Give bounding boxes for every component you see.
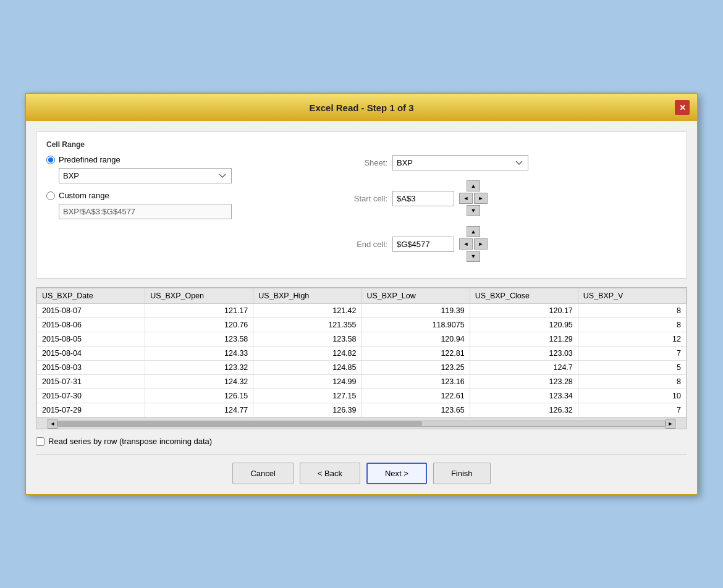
table-cell: 121.17 (145, 304, 253, 318)
table-cell: 123.16 (362, 375, 470, 389)
table-cell: 122.61 (362, 389, 470, 403)
close-button[interactable]: ✕ (675, 100, 690, 115)
table-cell: 7 (578, 346, 686, 361)
table-cell: 10 (578, 389, 686, 403)
predefined-radio[interactable] (46, 156, 55, 164)
table-cell: 120.17 (470, 304, 578, 318)
table-row: 2015-07-29124.77126.39123.65126.327 (37, 403, 687, 418)
finish-button[interactable]: Finish (433, 463, 491, 484)
table-cell: 123.58 (145, 332, 253, 346)
table-row: 2015-08-06120.76121.355118.9075120.958 (37, 318, 687, 332)
back-button[interactable]: < Back (300, 463, 360, 484)
table-row: 2015-07-30126.15127.15122.61123.3410 (37, 389, 687, 403)
end-cell-nav-left[interactable]: ◄ (459, 238, 473, 250)
start-cell-field-row: Start cell: ▲ ◄ ► ▼ (343, 180, 677, 216)
scroll-right-arrow[interactable]: ► (666, 419, 675, 429)
transpose-label: Read series by row (transpose incoming d… (48, 437, 212, 446)
predefined-label: Predefined range (59, 155, 120, 164)
table-cell: 5 (578, 361, 686, 375)
custom-label: Custom range (59, 191, 109, 200)
table-cell: 123.65 (362, 403, 470, 418)
cancel-button[interactable]: Cancel (232, 463, 293, 484)
table-cell: 123.34 (470, 389, 578, 403)
table-cell: 120.76 (145, 318, 253, 332)
button-row: Cancel < Back Next > Finish (36, 463, 687, 484)
table-cell: 120.94 (362, 332, 470, 346)
table-row: 2015-08-05123.58123.58120.94121.2912 (37, 332, 687, 346)
data-table-scroll[interactable]: US_BXP_Date US_BXP_Open US_BXP_High US_B… (36, 288, 687, 418)
start-cell-nav-bottom[interactable]: ▼ (467, 205, 480, 216)
dialog-content: Cell Range Predefined range BXP (26, 121, 697, 494)
horizontal-scrollbar[interactable]: ◄ ► (36, 418, 687, 429)
table-row: 2015-08-07121.17121.42119.39120.178 (37, 304, 687, 318)
data-table-container: US_BXP_Date US_BXP_Open US_BXP_High US_B… (36, 287, 687, 429)
dialog-title: Excel Read - Step 1 of 3 (48, 103, 675, 113)
end-cell-nav-right[interactable]: ► (474, 238, 488, 250)
table-cell: 124.32 (145, 375, 253, 389)
table-cell: 122.81 (362, 346, 470, 361)
end-cell-nav: ▲ ◄ ► ▼ (459, 226, 488, 262)
table-cell: 8 (578, 318, 686, 332)
sheet-select[interactable]: BXP (392, 155, 528, 170)
start-cell-nav-right[interactable]: ► (474, 193, 488, 204)
sheet-field-row: Sheet: BXP (343, 155, 677, 170)
predefined-select-row: BXP (59, 168, 324, 183)
left-panel: Predefined range BXP Custom range (46, 155, 324, 267)
scroll-track[interactable] (57, 421, 666, 427)
end-cell-nav-bottom[interactable]: ▼ (467, 251, 480, 262)
start-cell-nav-top[interactable]: ▲ (467, 180, 480, 191)
table-cell: 123.58 (253, 332, 362, 346)
custom-radio[interactable] (46, 191, 55, 200)
table-cell: 2015-07-30 (37, 389, 145, 403)
end-cell-input[interactable] (392, 237, 454, 252)
custom-radio-row: Custom range (46, 191, 324, 200)
table-cell: 121.29 (470, 332, 578, 346)
end-cell-field-row: End cell: ▲ ◄ ► ▼ (343, 226, 677, 262)
divider (36, 455, 687, 455)
custom-range-input[interactable] (59, 204, 232, 219)
start-cell-label: Start cell: (343, 194, 387, 203)
table-cell: 123.28 (470, 375, 578, 389)
col-header-open: US_BXP_Open (145, 288, 253, 304)
table-cell: 123.32 (145, 361, 253, 375)
predefined-select[interactable]: BXP (59, 168, 232, 183)
table-cell: 124.7 (470, 361, 578, 375)
table-cell: 127.15 (253, 389, 362, 403)
col-header-date: US_BXP_Date (37, 288, 145, 304)
table-cell: 12 (578, 332, 686, 346)
table-cell: 2015-08-07 (37, 304, 145, 318)
next-button[interactable]: Next > (366, 463, 427, 484)
table-cell: 124.77 (145, 403, 253, 418)
table-cell: 124.33 (145, 346, 253, 361)
scroll-left-arrow[interactable]: ◄ (48, 419, 57, 429)
col-header-close: US_BXP_Close (470, 288, 578, 304)
table-cell: 124.99 (253, 375, 362, 389)
table-cell: 120.95 (470, 318, 578, 332)
table-cell: 2015-08-04 (37, 346, 145, 361)
start-cell-nav-left[interactable]: ◄ (459, 193, 473, 204)
table-cell: 124.82 (253, 346, 362, 361)
custom-input-row (59, 204, 324, 219)
table-cell: 7 (578, 403, 686, 418)
sheet-label: Sheet: (343, 158, 387, 167)
table-cell: 126.32 (470, 403, 578, 418)
table-cell: 121.42 (253, 304, 362, 318)
table-cell: 8 (578, 375, 686, 389)
right-panel: Sheet: BXP Start cell: ▲ ◄ (343, 155, 677, 267)
table-cell: 121.355 (253, 318, 362, 332)
table-cell: 118.9075 (362, 318, 470, 332)
col-header-low: US_BXP_Low (362, 288, 470, 304)
start-cell-nav: ▲ ◄ ► ▼ (459, 180, 488, 216)
table-cell: 124.85 (253, 361, 362, 375)
table-cell: 119.39 (362, 304, 470, 318)
start-cell-input[interactable] (392, 191, 454, 206)
table-row: 2015-07-31124.32124.99123.16123.288 (37, 375, 687, 389)
table-cell: 2015-07-31 (37, 375, 145, 389)
end-cell-nav-top[interactable]: ▲ (467, 226, 480, 237)
cell-range-section: Cell Range Predefined range BXP (36, 131, 687, 279)
transpose-checkbox[interactable] (36, 437, 44, 446)
table-cell: 2015-08-05 (37, 332, 145, 346)
col-header-v: US_BXP_V (578, 288, 686, 304)
predefined-radio-row: Predefined range (46, 155, 324, 164)
section-title: Cell Range (46, 140, 677, 149)
